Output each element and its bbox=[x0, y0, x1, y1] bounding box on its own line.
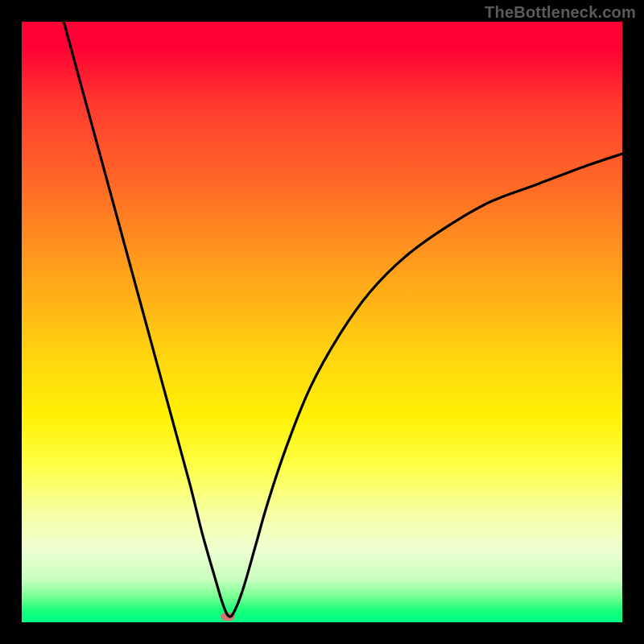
watermark-text: TheBottleneck.com bbox=[485, 3, 636, 22]
plot-area bbox=[22, 22, 622, 622]
chart-root: TheBottleneck.com bbox=[0, 0, 644, 644]
bottleneck-curve bbox=[22, 22, 622, 622]
